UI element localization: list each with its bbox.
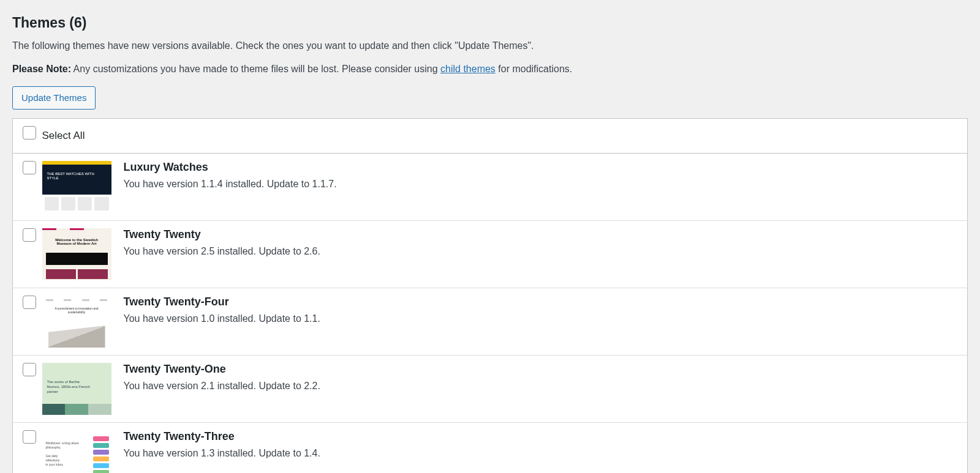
- theme-thumbnail: THE BEST WATCHES WITH STYLE: [42, 161, 111, 213]
- theme-version-line: You have version 2.5 installed. Update t…: [124, 246, 960, 257]
- intro-text: The following themes have new versions a…: [12, 39, 968, 53]
- section-title: Themes (6): [12, 12, 968, 31]
- theme-thumbnail: Mindblown: a blog about philosophy.Get d…: [42, 430, 111, 473]
- theme-title: Twenty Twenty-Three: [124, 430, 960, 443]
- theme-version-line: You have version 1.3 installed. Update t…: [124, 448, 960, 459]
- note-paragraph: Please Note: Any customizations you have…: [12, 62, 968, 76]
- update-themes-button[interactable]: Update Themes: [12, 86, 96, 110]
- theme-thumbnail: A commitment to innovation and sustainab…: [42, 296, 111, 348]
- note-text-2: for modifications.: [496, 64, 572, 74]
- select-all-label: Select All: [42, 130, 85, 141]
- select-all-checkbox[interactable]: [23, 126, 36, 140]
- theme-version-line: You have version 2.1 installed. Update t…: [124, 381, 960, 392]
- theme-title: Twenty Twenty: [124, 228, 960, 241]
- theme-row: THE BEST WATCHES WITH STYLE Luxury Watch…: [13, 154, 968, 221]
- child-themes-link[interactable]: child themes: [440, 64, 496, 74]
- theme-row: Mindblown: a blog about philosophy.Get d…: [13, 423, 968, 474]
- theme-thumbnail: Welcome to the Swedish Museum of Modern …: [42, 228, 111, 280]
- theme-row: The works of Berthe Morisot, 1800s-era F…: [13, 356, 968, 423]
- theme-row: Welcome to the Swedish Museum of Modern …: [13, 221, 968, 288]
- theme-checkbox[interactable]: [23, 363, 36, 376]
- theme-checkbox[interactable]: [23, 430, 36, 444]
- theme-checkbox[interactable]: [23, 296, 36, 309]
- theme-checkbox[interactable]: [23, 161, 36, 174]
- themes-table: Select All THE BEST WATCHES WITH STYLE L…: [12, 118, 968, 473]
- theme-title: Twenty Twenty-Four: [124, 296, 960, 308]
- theme-title: Twenty Twenty-One: [124, 363, 960, 376]
- note-strong: Please Note:: [12, 64, 71, 74]
- theme-version-line: You have version 1.0 installed. Update t…: [124, 313, 960, 324]
- theme-checkbox[interactable]: [23, 228, 36, 242]
- select-all-row: Select All: [13, 119, 968, 154]
- theme-version-line: You have version 1.1.4 installed. Update…: [124, 179, 960, 190]
- theme-row: A commitment to innovation and sustainab…: [13, 288, 968, 356]
- theme-title: Luxury Watches: [124, 161, 960, 174]
- note-text-1: Any customizations you have made to them…: [71, 64, 440, 74]
- theme-thumbnail: The works of Berthe Morisot, 1800s-era F…: [42, 363, 111, 415]
